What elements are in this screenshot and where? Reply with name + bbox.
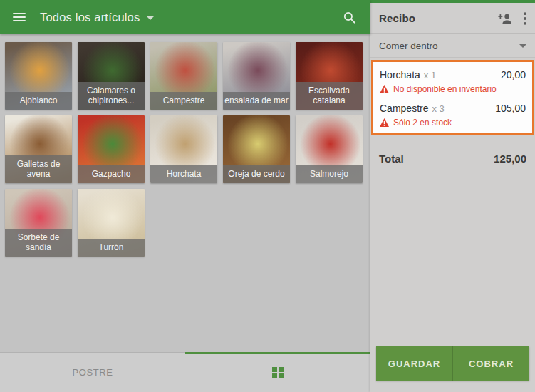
stock-warning-text: No disponible en inventario <box>393 84 497 94</box>
item-price: 20,00 <box>501 69 526 81</box>
product-name: Escalivada catalana <box>296 82 363 110</box>
add-customer-button[interactable] <box>498 12 514 25</box>
kebab-menu-icon <box>524 12 526 25</box>
total-value: 125,00 <box>494 153 526 165</box>
product-tile[interactable]: ensalada de mar <box>223 42 290 110</box>
tab-postre[interactable]: POSTRE <box>0 353 185 392</box>
order-type-dropdown[interactable]: Comer dentro <box>370 34 535 58</box>
receipt-header: Recibo <box>370 3 535 34</box>
page-tab-bar: POSTRE <box>0 352 370 392</box>
order-type-value: Comer dentro <box>379 41 438 51</box>
total-row: Total 125,00 <box>370 143 535 174</box>
product-name: Galletas de avena <box>5 155 72 183</box>
stock-warning: Sólo 2 en stock <box>373 114 532 130</box>
warning-triangle-icon <box>380 85 389 93</box>
search-button[interactable] <box>343 11 356 24</box>
product-name: ensalada de mar <box>223 92 290 110</box>
product-grid: AjoblancoCalamares o chipirones...Campes… <box>0 34 370 353</box>
receipt-item-row: Campestrex 3105,00 <box>380 103 526 114</box>
menu-icon[interactable] <box>13 13 26 21</box>
receipt-panel: Recibo <box>370 0 535 392</box>
product-name: Sorbete de sandía <box>5 229 72 257</box>
product-tile[interactable]: Turrón <box>78 189 145 257</box>
product-tile[interactable]: Escalivada catalana <box>296 42 363 110</box>
charge-button[interactable]: COBRAR <box>452 346 529 381</box>
receipt-item[interactable]: Campestrex 3105,00 <box>373 97 532 114</box>
item-quantity: x 3 <box>432 103 444 114</box>
product-name: Horchata <box>150 165 217 183</box>
warning-triangle-icon <box>380 118 389 127</box>
product-tile[interactable]: Oreja de cerdo <box>223 115 290 183</box>
product-tile[interactable]: Calamares o chipirones... <box>78 42 145 110</box>
top-app-bar: Todos los artículos <box>0 0 370 34</box>
action-buttons: GUARDAR COBRAR <box>376 346 529 381</box>
receipt-item-list: Horchatax 120,00No disponible en inventa… <box>371 60 534 135</box>
product-name: Calamares o chipirones... <box>78 82 145 110</box>
receipt-item[interactable]: Horchatax 120,00 <box>373 63 532 81</box>
product-name: Gazpacho <box>78 165 145 183</box>
stock-warning: No disponible en inventario <box>373 81 532 97</box>
overflow-menu-button[interactable] <box>524 12 526 25</box>
tab-postre-label: POSTRE <box>72 367 113 378</box>
caret-down-icon <box>519 44 526 48</box>
product-name: Turrón <box>78 239 145 257</box>
receipt-item-row: Horchatax 120,00 <box>380 69 526 81</box>
save-button[interactable]: GUARDAR <box>376 346 452 381</box>
product-tile[interactable]: Salmorejo <box>296 115 363 183</box>
items-panel: Todos los artículos AjoblancoCalamares o… <box>0 0 370 392</box>
pos-app-window: Todos los artículos AjoblancoCalamares o… <box>0 0 535 392</box>
grid-view-icon <box>272 367 284 378</box>
person-add-icon <box>498 12 514 25</box>
stock-warning-text: Sólo 2 en stock <box>393 118 452 128</box>
product-tile[interactable]: Sorbete de sandía <box>5 189 72 257</box>
product-tile[interactable]: Gazpacho <box>78 115 145 183</box>
product-name: Oreja de cerdo <box>223 165 290 183</box>
category-title: Todos los artículos <box>40 11 140 24</box>
product-name: Salmorejo <box>296 165 363 183</box>
receipt-title: Recibo <box>379 12 415 24</box>
tab-grid[interactable] <box>185 353 370 392</box>
item-name: Horchata <box>380 69 420 81</box>
item-price: 105,00 <box>495 103 526 114</box>
item-quantity: x 1 <box>424 70 436 81</box>
category-selector[interactable]: Todos los artículos <box>40 11 154 24</box>
product-tile[interactable]: Galletas de avena <box>5 115 72 183</box>
product-tile[interactable]: Campestre <box>150 42 217 110</box>
product-name: Ajoblanco <box>5 92 72 110</box>
product-tile[interactable]: Horchata <box>150 115 217 183</box>
total-label: Total <box>379 153 404 165</box>
product-tile[interactable]: Ajoblanco <box>5 42 72 110</box>
caret-down-icon <box>147 16 154 20</box>
search-icon <box>343 11 356 24</box>
item-name: Campestre <box>380 103 428 114</box>
product-name: Campestre <box>150 92 217 110</box>
